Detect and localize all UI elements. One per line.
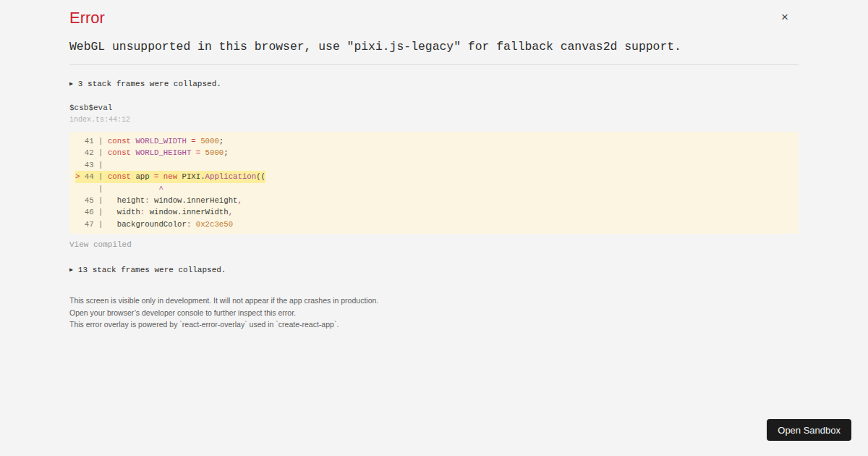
open-sandbox-button[interactable]: Open Sandbox [767,419,851,441]
collapsed-stack-frames-bottom-label: 13 stack frames were collapsed. [78,266,226,274]
code-line: 42 | const WORLD_HEIGHT = 5000; [75,147,799,159]
code-line: > 44 | const app = new PIXI.Application(… [75,171,799,182]
footer-note-dev-only: This screen is visible only in developme… [69,295,799,307]
collapsed-stack-frames-top[interactable]: ▶3 stack frames were collapsed. [69,80,799,88]
divider [69,64,799,65]
code-line: 45 | height: window.innerHeight, [75,195,799,206]
stack-frame-function: $csb$eval [69,104,799,112]
footer-note-powered-by: This error overlay is powered by `react-… [69,318,799,331]
error-overlay-content: Error WebGL unsupported in this browser,… [69,0,799,331]
collapse-triangle-icon: ▶ [69,266,73,273]
error-message: WebGL unsupported in this browser, use "… [69,40,799,54]
collapsed-stack-frames-bottom[interactable]: ▶13 stack frames were collapsed. [69,266,799,274]
code-line: 46 | width: window.innerWidth, [75,206,799,218]
error-title: Error [69,9,799,28]
view-compiled-link[interactable]: View compiled [69,240,132,249]
error-overlay-screen: × Error WebGL unsupported in this browse… [0,0,868,456]
collapsed-stack-frames-top-label: 3 stack frames were collapsed. [78,80,221,88]
footer-notes: This screen is visible only in developme… [69,295,799,331]
collapse-triangle-icon: ▶ [69,80,73,87]
code-line: 43 | [75,159,799,171]
stack-frame-location: index.ts:44:12 [69,116,799,124]
code-frame: 41 | const WORLD_WIDTH = 5000; 42 | cons… [69,132,799,234]
code-line: 47 | backgroundColor: 0x2c3e50 [75,219,799,230]
code-line: | ^ [75,183,799,195]
footer-note-console: Open your browser’s developer console to… [69,307,799,319]
code-line: 41 | const WORLD_WIDTH = 5000; [75,135,799,147]
